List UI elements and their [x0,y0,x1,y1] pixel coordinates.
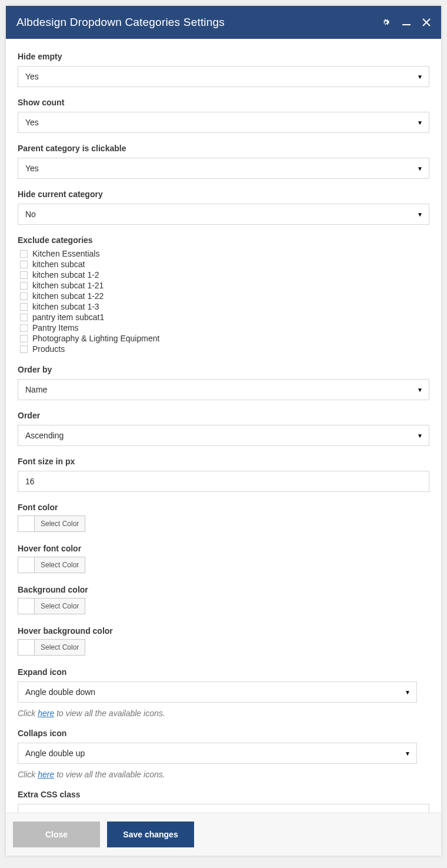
checkbox[interactable] [20,314,28,321]
select-show-count[interactable]: Yes ▼ [18,112,429,133]
checkbox-row: kitchen subcat 1-3 [20,301,429,312]
field-hover-font-color: Hover font color Select Color [18,544,429,574]
label-font-size: Font size in px [18,457,429,466]
header-actions [381,18,431,27]
checkbox[interactable] [20,271,28,279]
select-hide-current[interactable]: No ▼ [18,204,429,225]
checkbox[interactable] [20,324,28,332]
panel-body: Hide empty Yes ▼ Show count Yes ▼ Parent… [6,39,441,813]
hint-collapse: Click here to view all the available ico… [18,770,429,779]
input-font-size[interactable] [18,471,429,492]
checkbox[interactable] [20,345,28,353]
checkbox[interactable] [20,261,28,268]
label-exclude: Exclude categories [18,235,429,245]
field-expand-icon: Expand icon Angle double down ▼ Click he… [18,667,429,718]
label-background-color: Background color [18,585,429,594]
select-collapse-icon[interactable]: Angle double up ▼ [18,743,417,764]
field-exclude-categories: Exclude categories Kitchen Essentialskit… [18,235,429,354]
color-picker-hover-background[interactable]: Select Color [18,639,85,656]
color-picker-hover-font[interactable]: Select Color [18,557,85,573]
select-expand-icon[interactable]: Angle double down ▼ [18,681,417,703]
label-font-color: Font color [18,503,429,512]
chevron-down-icon: ▼ [417,387,423,393]
color-swatch[interactable] [18,557,35,573]
hint-link[interactable]: here [38,709,54,718]
checkbox-label: Products [32,344,65,354]
hint-link[interactable]: here [38,770,54,779]
checkbox-row: Photography & Lighting Equipment [20,333,429,344]
checkbox-label: kitchen subcat 1-2 [32,270,99,280]
field-font-size: Font size in px [18,457,429,492]
checkbox[interactable] [20,335,28,342]
field-background-color: Background color Select Color [18,585,429,616]
checkbox[interactable] [20,282,28,290]
field-hide-current: Hide current category No ▼ [18,189,429,225]
checkbox[interactable] [20,303,28,311]
checkbox-label: pantry item subcat1 [32,312,104,322]
checkbox-label: Photography & Lighting Equipment [32,334,159,343]
select-hide-empty[interactable]: Yes ▼ [18,66,429,87]
chevron-down-icon: ▼ [417,74,423,80]
panel-footer: Close Save changes [6,813,441,856]
hint-expand: Click here to view all the available ico… [18,709,429,718]
chevron-down-icon: ▼ [417,165,423,172]
label-hide-current: Hide current category [18,189,429,199]
label-order: Order [18,411,429,420]
field-collapse-icon: Collaps icon Angle double up ▼ Click her… [18,729,429,779]
label-show-count: Show count [18,98,429,107]
svg-rect-0 [402,24,411,25]
field-font-color: Font color Select Color [18,503,429,533]
select-color-button[interactable]: Select Color [35,640,85,655]
select-color-button[interactable]: Select Color [35,557,85,573]
field-order: Order Ascending ▼ [18,411,429,446]
label-hide-empty: Hide empty [18,52,429,61]
label-expand-icon: Expand icon [18,667,429,677]
checkbox-label: kitchen subcat [32,260,85,269]
save-button[interactable]: Save changes [107,822,194,847]
chevron-down-icon: ▼ [417,433,423,439]
exclude-list: Kitchen Essentialskitchen subcatkitchen … [18,248,429,354]
select-order-by[interactable]: Name ▼ [18,379,429,400]
close-button[interactable]: Close [13,822,100,847]
checkbox[interactable] [20,250,28,258]
chevron-down-icon: ▼ [417,119,423,126]
checkbox-label: Kitchen Essentials [32,249,99,258]
checkbox-row: kitchen subcat 1-2 [20,270,429,280]
color-swatch[interactable] [18,516,35,531]
settings-panel: Albdesign Dropdown Categories Settings H… [6,6,441,856]
checkbox-label: kitchen subcat 1-22 [32,291,104,301]
color-picker-font[interactable]: Select Color [18,516,85,532]
field-parent-clickable: Parent category is clickable Yes ▼ [18,144,429,179]
checkbox[interactable] [20,292,28,300]
chevron-down-icon: ▼ [405,750,411,757]
checkbox-row: kitchen subcat 1-21 [20,280,429,291]
label-extra-css: Extra CSS class [18,790,429,799]
input-extra-css[interactable] [18,804,429,813]
color-swatch[interactable] [18,598,35,614]
gear-icon[interactable] [381,18,391,27]
color-swatch[interactable] [18,640,35,655]
minimize-icon[interactable] [402,18,411,26]
label-hover-background-color: Hover background color [18,626,429,636]
chevron-down-icon: ▼ [405,689,411,696]
checkbox-row: Products [20,344,429,354]
checkbox-label: Pantry Items [32,323,79,332]
checkbox-row: kitchen subcat 1-22 [20,291,429,301]
select-color-button[interactable]: Select Color [35,516,85,531]
checkbox-row: Pantry Items [20,322,429,333]
panel-header: Albdesign Dropdown Categories Settings [6,6,441,39]
label-collapse-icon: Collaps icon [18,729,429,738]
field-hover-background-color: Hover background color Select Color [18,626,429,657]
select-order[interactable]: Ascending ▼ [18,425,429,446]
field-hide-empty: Hide empty Yes ▼ [18,52,429,87]
label-order-by: Order by [18,365,429,374]
field-extra-css: Extra CSS class [18,790,429,813]
field-order-by: Order by Name ▼ [18,365,429,400]
close-icon[interactable] [422,18,431,26]
select-parent-clickable[interactable]: Yes ▼ [18,158,429,179]
checkbox-row: kitchen subcat [20,259,429,270]
chevron-down-icon: ▼ [417,211,423,218]
select-color-button[interactable]: Select Color [35,598,85,614]
label-parent-clickable: Parent category is clickable [18,144,429,153]
color-picker-background[interactable]: Select Color [18,598,85,614]
